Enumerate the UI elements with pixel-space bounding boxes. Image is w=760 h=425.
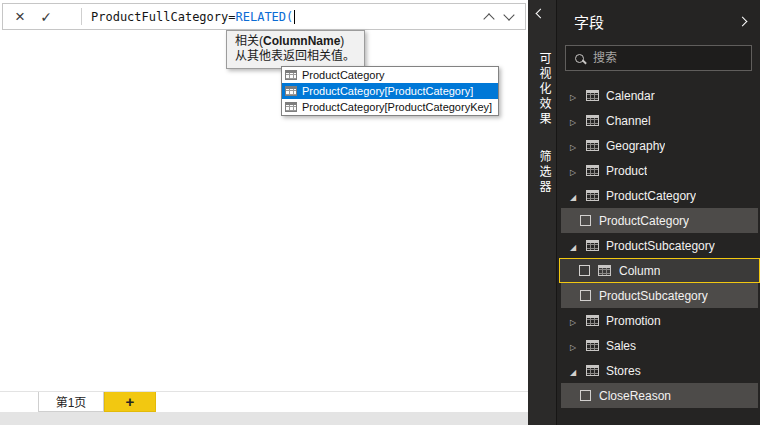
tooltip-fn-close: ) <box>340 34 344 48</box>
tree-item-calendar[interactable]: Calendar <box>557 83 760 108</box>
table-label: Promotion <box>606 314 661 328</box>
table-icon <box>586 190 599 201</box>
text-caret <box>294 10 295 24</box>
formula-bar-expand-controls <box>485 11 525 23</box>
table-icon <box>285 86 297 96</box>
field-label: ProductSubcategory <box>599 289 708 303</box>
collapse-triangle-icon[interactable] <box>567 190 579 202</box>
formula-bar: × ✓ ProductFullCategory=RELATED( <box>2 3 526 30</box>
autocomplete-item-selected[interactable]: ProductCategory[ProductCategory] <box>282 83 498 99</box>
field-item-productcategory[interactable]: ProductCategory <box>561 208 758 233</box>
add-page-button[interactable]: + <box>104 392 156 412</box>
tree-item-product[interactable]: Product <box>557 158 760 183</box>
page-tab-bar: 第1页 + <box>0 391 528 412</box>
table-icon <box>285 102 297 112</box>
table-icon <box>285 70 297 80</box>
field-label: ProductCategory <box>599 214 689 228</box>
tooltip-description: 从其他表返回相关值。 <box>235 49 355 64</box>
table-icon <box>586 315 599 326</box>
table-icon <box>586 115 599 126</box>
tree-item-geography[interactable]: Geography <box>557 133 760 158</box>
table-icon <box>586 165 599 176</box>
formula-input[interactable]: ProductFullCategory=RELATED( <box>91 10 295 24</box>
formula-text: ProductFullCategory= <box>91 10 236 24</box>
tree-item-channel[interactable]: Channel <box>557 108 760 133</box>
visualizations-strip-label[interactable]: 可视化效果 <box>536 52 553 127</box>
expand-triangle-icon[interactable] <box>567 340 579 352</box>
collapsed-panes-strip: 可视化效果 筛选器 <box>528 0 556 425</box>
autocomplete-label: ProductCategory <box>302 69 385 81</box>
expand-triangle-icon[interactable] <box>567 315 579 327</box>
autocomplete-label: ProductCategory[ProductCategory] <box>302 85 473 97</box>
intellisense-tooltip: 相关(ColumnName) 从其他表返回相关值。 <box>226 30 365 69</box>
horizontal-scrollbar-track[interactable] <box>0 412 528 425</box>
fields-pane-title: 字段 <box>574 11 604 32</box>
chevron-down-icon[interactable] <box>503 9 514 20</box>
formula-bar-divider <box>81 8 82 25</box>
collapse-triangle-icon[interactable] <box>567 365 579 377</box>
filters-strip-label[interactable]: 筛选器 <box>536 150 553 195</box>
field-item-closereason[interactable]: CloseReason <box>561 383 758 408</box>
tree-item-stores[interactable]: Stores <box>557 358 760 383</box>
table-label: Stores <box>606 364 641 378</box>
autocomplete-label: ProductCategory[ProductCategoryKey] <box>302 101 492 113</box>
tree-item-productcategory[interactable]: ProductCategory <box>557 183 760 208</box>
table-label: ProductCategory <box>606 189 696 203</box>
table-label: ProductSubcategory <box>606 239 715 253</box>
table-icon <box>586 90 599 101</box>
chevron-up-icon[interactable] <box>483 13 494 24</box>
autocomplete-item[interactable]: ProductCategory[ProductCategoryKey] <box>282 99 498 115</box>
field-item-productsubcategory[interactable]: ProductSubcategory <box>561 283 758 308</box>
formula-keyword: RELATED( <box>236 10 294 24</box>
search-icon <box>575 54 584 63</box>
fields-pane: 字段 Calendar Channel Geography <box>556 0 760 425</box>
table-label: Channel <box>606 114 651 128</box>
field-checkbox[interactable] <box>579 265 590 276</box>
table-label: Sales <box>606 339 636 353</box>
search-box[interactable] <box>565 45 752 71</box>
table-label: Calendar <box>606 89 655 103</box>
table-label: Product <box>606 164 647 178</box>
tooltip-signature: 相关(ColumnName) <box>235 34 355 49</box>
expand-triangle-icon[interactable] <box>567 90 579 102</box>
field-checkbox[interactable] <box>580 215 591 226</box>
powerbi-window: × ✓ ProductFullCategory=RELATED( 相关(Colu… <box>0 0 760 425</box>
table-icon <box>586 240 599 251</box>
expand-triangle-icon[interactable] <box>567 115 579 127</box>
table-icon <box>586 340 599 351</box>
tree-item-sales[interactable]: Sales <box>557 333 760 358</box>
fields-pane-header: 字段 <box>557 0 760 41</box>
commit-button[interactable]: ✓ <box>33 4 59 29</box>
field-item-column[interactable]: Column <box>559 258 760 283</box>
tree-item-promotion[interactable]: Promotion <box>557 308 760 333</box>
expand-triangle-icon[interactable] <box>567 165 579 177</box>
page-tab[interactable]: 第1页 <box>38 392 104 412</box>
cancel-button[interactable]: × <box>7 4 33 29</box>
chevron-right-icon[interactable] <box>738 17 748 27</box>
collapse-pane-button[interactable] <box>537 10 544 17</box>
fields-tree: Calendar Channel Geography Product P <box>557 83 760 408</box>
table-icon <box>586 140 599 151</box>
search-input[interactable] <box>593 51 733 65</box>
field-label: CloseReason <box>599 389 671 403</box>
table-icon <box>586 365 599 376</box>
expand-triangle-icon[interactable] <box>567 140 579 152</box>
calculated-column-icon <box>598 265 611 276</box>
tooltip-fn-param: ColumnName <box>263 34 340 48</box>
table-label: Geography <box>606 139 665 153</box>
field-checkbox[interactable] <box>580 290 591 301</box>
tooltip-fn-name: 相关( <box>235 34 263 48</box>
field-label: Column <box>619 264 660 278</box>
field-checkbox[interactable] <box>580 390 591 401</box>
collapse-triangle-icon[interactable] <box>567 240 579 252</box>
autocomplete-dropdown: ProductCategory ProductCategory[ProductC… <box>281 66 499 116</box>
chevron-left-icon <box>536 9 546 19</box>
tree-item-productsubcategory[interactable]: ProductSubcategory <box>557 233 760 258</box>
autocomplete-item[interactable]: ProductCategory <box>282 67 498 83</box>
